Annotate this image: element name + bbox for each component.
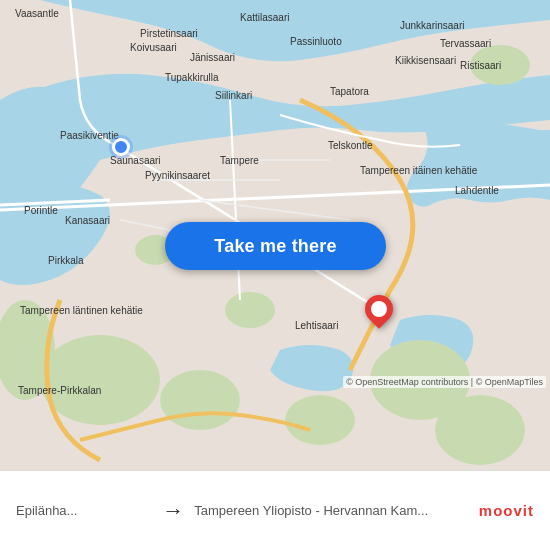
svg-point-3 [40, 335, 160, 425]
osm-credit: © OpenStreetMap contributors | © OpenMap… [343, 376, 546, 388]
destination-pin [365, 295, 393, 331]
svg-point-7 [470, 45, 530, 85]
take-me-there-button[interactable]: Take me there [165, 222, 386, 270]
svg-point-4 [160, 370, 240, 430]
bottom-bar: Epilänha... → Tampereen Yliopisto - Herv… [0, 470, 550, 550]
svg-point-2 [285, 395, 355, 445]
route-arrow: → [152, 498, 194, 524]
svg-point-5 [435, 395, 525, 465]
map-container: KattilasaariPirstetinsaariKoivusaariJäni… [0, 0, 550, 470]
origin-dot [112, 138, 130, 156]
to-label: Tampereen Yliopisto - Hervannan Kam... [194, 503, 467, 518]
from-label: Epilänha... [16, 503, 152, 518]
svg-point-9 [225, 292, 275, 328]
route-to: Tampereen Yliopisto - Hervannan Kam... [194, 503, 467, 518]
moovit-logo: moovit [479, 502, 534, 519]
route-from: Epilänha... [16, 503, 152, 518]
moovit-brand: moovit [479, 502, 534, 519]
